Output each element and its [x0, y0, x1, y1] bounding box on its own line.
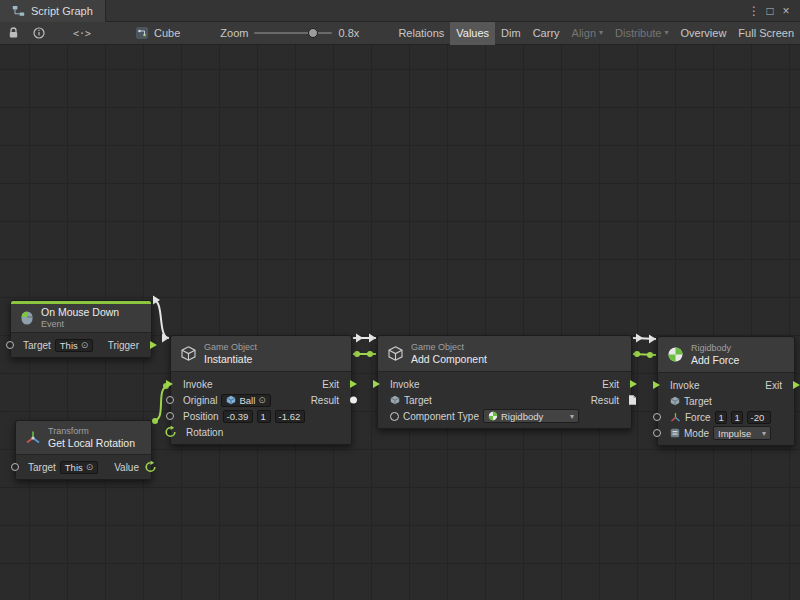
graph-breadcrumb[interactable]: Cube [135, 26, 180, 40]
node-title: Get Local Rotation [48, 437, 135, 450]
force-z-input[interactable]: -20 [747, 411, 771, 424]
port-row-target-result: Target Result [378, 392, 631, 408]
component-type-dropdown[interactable]: Rigidbody ▾ [483, 409, 579, 423]
value-port-mode[interactable] [653, 429, 661, 437]
port-label-result: Result [591, 395, 619, 406]
rigidbody-icon [667, 346, 684, 363]
node-body: Target This ⊙ Trigger [11, 332, 151, 357]
node-title: Add Force [691, 354, 739, 367]
distribute-dropdown-button[interactable]: Distribute ▾ [609, 22, 674, 45]
node-add-component[interactable]: Game Object Add Component Invoke Exit Ta… [377, 335, 632, 429]
port-row-mode: Mode Impulse ▾ [658, 425, 794, 441]
port-row-rotation: Rotation [171, 424, 351, 440]
flow-in-port[interactable] [653, 381, 660, 389]
zoom-slider-thumb[interactable] [308, 28, 318, 38]
rotation-in-port[interactable] [164, 426, 177, 439]
node-on-mouse-down[interactable]: On Mouse Down Event Target This ⊙ Trigge… [10, 300, 152, 358]
window-menu-button[interactable]: ⋮ [746, 4, 762, 18]
port-row-invoke-exit: Invoke Exit [171, 376, 351, 392]
value-port-original[interactable] [166, 396, 174, 404]
object-field-value: This [65, 462, 83, 473]
port-label-target: Target [404, 395, 432, 406]
value-port-position[interactable] [166, 412, 174, 420]
node-group-label: Game Object [204, 342, 257, 353]
window-tab-script-graph[interactable]: Script Graph [0, 0, 106, 22]
node-get-local-rotation[interactable]: Transform Get Local Rotation Target This… [15, 420, 152, 480]
carry-button[interactable]: Carry [527, 22, 566, 45]
node-group-label: Transform [48, 426, 135, 437]
close-button[interactable]: × [778, 4, 794, 18]
node-body: Invoke Exit Target Result [378, 371, 631, 428]
game-object-icon [180, 345, 197, 362]
port-label-target: Target [23, 340, 51, 351]
script-graph-icon [12, 5, 25, 17]
lock-icon[interactable] [8, 27, 19, 39]
force-y-input[interactable]: 1 [731, 411, 743, 424]
zoom-slider-track[interactable] [254, 32, 332, 34]
title-bar: Script Graph ⋮ □ × [0, 0, 800, 22]
force-mode-dropdown[interactable]: Impulse ▾ [713, 426, 771, 440]
node-header: Game Object Instantiate [171, 336, 351, 371]
force-x-input[interactable]: 1 [715, 411, 727, 424]
relations-button[interactable]: Relations [392, 22, 450, 45]
port-row-invoke-exit: Invoke Exit [378, 376, 631, 392]
node-instantiate[interactable]: Game Object Instantiate Invoke Exit Orig… [170, 335, 352, 445]
value-port-target[interactable] [6, 341, 14, 349]
flow-out-port[interactable] [793, 381, 800, 389]
wire-arrow [649, 335, 656, 344]
values-button[interactable]: Values [450, 22, 495, 45]
port-row-position: Position -0.39 1 -1.62 [171, 408, 351, 424]
flow-out-port[interactable] [630, 380, 637, 388]
port-label-mode: Mode [684, 428, 709, 439]
result-out-port[interactable] [628, 395, 637, 406]
target-picker-icon[interactable]: ⊙ [86, 462, 94, 472]
info-icon[interactable] [33, 27, 45, 39]
rotation-value-out-port[interactable] [144, 461, 157, 474]
port-label-exit: Exit [765, 380, 782, 391]
value-port-force[interactable] [653, 413, 661, 421]
align-label: Align [572, 27, 596, 39]
port-row-target-trigger: Target This ⊙ Trigger [11, 337, 151, 353]
zoom-slider[interactable] [254, 22, 332, 45]
flow-out-port[interactable] [350, 380, 357, 388]
port-label-exit: Exit [322, 379, 339, 390]
rotation-gizmo-icon [144, 461, 157, 474]
target-picker-icon[interactable]: ⊙ [258, 395, 266, 405]
wire-arrow [369, 334, 376, 343]
value-port-target[interactable] [11, 463, 19, 471]
position-z-input[interactable]: -1.62 [275, 410, 305, 423]
full-screen-button[interactable]: Full Screen [732, 22, 800, 45]
port-label-force: Force [685, 412, 711, 423]
result-out-port[interactable] [350, 397, 357, 404]
flow-out-port[interactable] [150, 341, 157, 349]
maximize-button[interactable]: □ [762, 4, 778, 18]
port-row-invoke-exit: Invoke Exit [658, 377, 794, 393]
window-controls: ⋮ □ × [746, 4, 800, 18]
node-group-label: Rigidbody [691, 343, 739, 354]
flow-in-port[interactable] [166, 380, 173, 388]
port-label-component-type: Component Type [403, 411, 479, 422]
node-header: Transform Get Local Rotation [16, 421, 151, 454]
object-field-ball[interactable]: Ball ⊙ [221, 394, 270, 407]
align-dropdown-button[interactable]: Align ▾ [566, 22, 609, 45]
code-view-icon[interactable]: <·> [73, 28, 91, 39]
node-title: Add Component [411, 353, 487, 366]
node-add-force[interactable]: Rigidbody Add Force Invoke Exit Target [657, 336, 795, 446]
port-label-rotation: Rotation [186, 427, 223, 438]
flow-in-port[interactable] [373, 380, 380, 388]
dim-button[interactable]: Dim [495, 22, 527, 45]
node-body: Invoke Exit Original Ball ⊙ Result [171, 371, 351, 444]
graph-canvas[interactable]: On Mouse Down Event Target This ⊙ Trigge… [0, 45, 800, 600]
chevron-down-icon: ▾ [599, 29, 603, 37]
object-field-value: Ball [239, 395, 255, 406]
value-port-component-type[interactable] [390, 412, 399, 421]
overview-button[interactable]: Overview [675, 22, 733, 45]
object-field-this[interactable]: This ⊙ [55, 339, 94, 352]
game-object-icon [387, 345, 404, 362]
position-y-input[interactable]: 1 [257, 410, 271, 423]
document-icon [628, 395, 637, 406]
position-x-input[interactable]: -0.39 [223, 410, 253, 423]
object-field-this[interactable]: This ⊙ [60, 461, 99, 474]
dropdown-value: Rigidbody [501, 411, 543, 422]
target-picker-icon[interactable]: ⊙ [81, 340, 89, 350]
